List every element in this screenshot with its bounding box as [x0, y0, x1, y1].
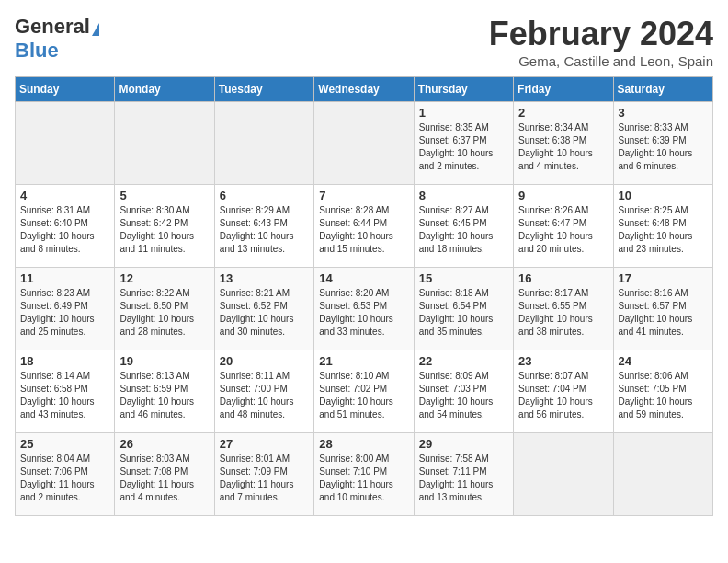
day-info: Sunrise: 8:31 AM Sunset: 6:40 PM Dayligh… [20, 204, 109, 256]
logo-blue: Blue [15, 39, 59, 62]
day-info: Sunrise: 8:09 AM Sunset: 7:03 PM Dayligh… [419, 370, 508, 421]
header-cell-thursday: Thursday [414, 77, 513, 102]
day-info: Sunrise: 8:13 AM Sunset: 6:59 PM Dayligh… [119, 370, 209, 421]
header-cell-wednesday: Wednesday [314, 77, 414, 102]
day-number: 13 [220, 271, 309, 285]
day-number: 28 [319, 437, 408, 451]
day-cell: 18Sunrise: 8:14 AM Sunset: 6:58 PM Dayli… [16, 350, 115, 433]
day-cell: 20Sunrise: 8:11 AM Sunset: 7:00 PM Dayli… [214, 350, 313, 433]
month-title: February 2024 [489, 15, 713, 53]
week-row-2: 11Sunrise: 8:23 AM Sunset: 6:49 PM Dayli… [16, 268, 713, 350]
day-number: 26 [119, 437, 209, 451]
day-cell: 22Sunrise: 8:09 AM Sunset: 7:03 PM Dayli… [414, 350, 513, 433]
day-cell: 19Sunrise: 8:13 AM Sunset: 6:59 PM Dayli… [115, 350, 214, 433]
day-info: Sunrise: 8:16 AM Sunset: 6:57 PM Dayligh… [619, 287, 708, 339]
week-row-1: 4Sunrise: 8:31 AM Sunset: 6:40 PM Daylig… [16, 185, 713, 268]
day-number: 4 [20, 189, 109, 202]
day-cell: 26Sunrise: 8:03 AM Sunset: 7:08 PM Dayli… [115, 433, 214, 516]
day-number: 16 [518, 271, 608, 285]
day-info: Sunrise: 8:06 AM Sunset: 7:05 PM Dayligh… [619, 370, 708, 421]
day-info: Sunrise: 8:23 AM Sunset: 6:49 PM Dayligh… [20, 287, 109, 339]
day-number: 27 [220, 437, 309, 451]
location: Gema, Castille and Leon, Spain [489, 53, 713, 69]
day-number: 14 [319, 271, 408, 285]
day-cell: 24Sunrise: 8:06 AM Sunset: 7:05 PM Dayli… [613, 350, 712, 433]
day-info: Sunrise: 8:20 AM Sunset: 6:53 PM Dayligh… [319, 287, 408, 339]
day-info: Sunrise: 8:29 AM Sunset: 6:43 PM Dayligh… [220, 204, 309, 256]
day-info: Sunrise: 8:07 AM Sunset: 7:04 PM Dayligh… [518, 370, 608, 421]
header-cell-sunday: Sunday [16, 77, 115, 102]
day-number: 25 [20, 437, 109, 451]
header-cell-saturday: Saturday [613, 77, 712, 102]
day-number: 29 [419, 437, 508, 451]
day-info: Sunrise: 8:33 AM Sunset: 6:39 PM Dayligh… [619, 121, 708, 173]
day-number: 5 [119, 189, 209, 202]
day-info: Sunrise: 8:17 AM Sunset: 6:55 PM Dayligh… [518, 287, 608, 339]
calendar-header: SundayMondayTuesdayWednesdayThursdayFrid… [16, 77, 713, 102]
day-cell: 23Sunrise: 8:07 AM Sunset: 7:04 PM Dayli… [514, 350, 613, 433]
day-info: Sunrise: 8:00 AM Sunset: 7:10 PM Dayligh… [319, 453, 408, 504]
day-number: 22 [419, 354, 508, 368]
day-cell: 21Sunrise: 8:10 AM Sunset: 7:02 PM Dayli… [314, 350, 414, 433]
day-info: Sunrise: 8:34 AM Sunset: 6:38 PM Dayligh… [518, 121, 608, 173]
day-cell [314, 102, 414, 185]
day-cell: 2Sunrise: 8:34 AM Sunset: 6:38 PM Daylig… [514, 102, 613, 185]
day-number: 11 [20, 271, 109, 285]
day-cell: 27Sunrise: 8:01 AM Sunset: 7:09 PM Dayli… [214, 433, 313, 516]
day-number: 18 [20, 354, 109, 368]
day-number: 7 [319, 189, 408, 202]
day-cell: 17Sunrise: 8:16 AM Sunset: 6:57 PM Dayli… [613, 268, 712, 350]
week-row-4: 25Sunrise: 8:04 AM Sunset: 7:06 PM Dayli… [16, 433, 713, 516]
day-number: 21 [319, 354, 408, 368]
day-number: 9 [518, 189, 608, 202]
day-number: 12 [119, 271, 209, 285]
day-cell: 5Sunrise: 8:30 AM Sunset: 6:42 PM Daylig… [115, 185, 214, 268]
day-info: Sunrise: 8:11 AM Sunset: 7:00 PM Dayligh… [220, 370, 309, 421]
header-cell-friday: Friday [514, 77, 613, 102]
day-number: 19 [119, 354, 209, 368]
week-row-0: 1Sunrise: 8:35 AM Sunset: 6:37 PM Daylig… [16, 102, 713, 185]
logo-blue-text: Blue [15, 39, 59, 63]
day-info: Sunrise: 8:25 AM Sunset: 6:48 PM Dayligh… [619, 204, 708, 256]
day-cell: 7Sunrise: 8:28 AM Sunset: 6:44 PM Daylig… [314, 185, 414, 268]
day-info: Sunrise: 8:27 AM Sunset: 6:45 PM Dayligh… [419, 204, 508, 256]
day-info: Sunrise: 8:30 AM Sunset: 6:42 PM Dayligh… [119, 204, 209, 256]
logo: General Blue [15, 15, 99, 63]
day-info: Sunrise: 8:04 AM Sunset: 7:06 PM Dayligh… [20, 453, 109, 504]
day-info: Sunrise: 7:58 AM Sunset: 7:11 PM Dayligh… [419, 453, 508, 504]
day-cell [514, 433, 613, 516]
day-info: Sunrise: 8:01 AM Sunset: 7:09 PM Dayligh… [220, 453, 309, 504]
day-number: 8 [419, 189, 508, 202]
day-info: Sunrise: 8:10 AM Sunset: 7:02 PM Dayligh… [319, 370, 408, 421]
day-cell [16, 102, 115, 185]
header-row: SundayMondayTuesdayWednesdayThursdayFrid… [16, 77, 713, 102]
day-cell: 10Sunrise: 8:25 AM Sunset: 6:48 PM Dayli… [613, 185, 712, 268]
calendar-table: SundayMondayTuesdayWednesdayThursdayFrid… [15, 76, 713, 516]
day-number: 23 [518, 354, 608, 368]
day-info: Sunrise: 8:03 AM Sunset: 7:08 PM Dayligh… [119, 453, 209, 504]
day-cell [214, 102, 313, 185]
day-info: Sunrise: 8:14 AM Sunset: 6:58 PM Dayligh… [20, 370, 109, 421]
day-cell: 4Sunrise: 8:31 AM Sunset: 6:40 PM Daylig… [16, 185, 115, 268]
day-cell: 6Sunrise: 8:29 AM Sunset: 6:43 PM Daylig… [214, 185, 313, 268]
day-number: 2 [518, 106, 608, 120]
page-header: General Blue February 2024 Gema, Castill… [15, 15, 713, 69]
day-info: Sunrise: 8:18 AM Sunset: 6:54 PM Dayligh… [419, 287, 508, 339]
day-cell: 12Sunrise: 8:22 AM Sunset: 6:50 PM Dayli… [115, 268, 214, 350]
day-cell [613, 433, 712, 516]
day-number: 3 [619, 106, 708, 120]
day-info: Sunrise: 8:26 AM Sunset: 6:47 PM Dayligh… [518, 204, 608, 256]
day-cell: 3Sunrise: 8:33 AM Sunset: 6:39 PM Daylig… [613, 102, 712, 185]
day-number: 10 [619, 189, 708, 202]
day-number: 20 [220, 354, 309, 368]
title-area: February 2024 Gema, Castille and Leon, S… [489, 15, 713, 69]
logo-text: General [15, 15, 99, 39]
day-number: 17 [619, 271, 708, 285]
day-cell: 1Sunrise: 8:35 AM Sunset: 6:37 PM Daylig… [414, 102, 513, 185]
header-cell-monday: Monday [115, 77, 214, 102]
day-cell: 28Sunrise: 8:00 AM Sunset: 7:10 PM Dayli… [314, 433, 414, 516]
day-cell: 14Sunrise: 8:20 AM Sunset: 6:53 PM Dayli… [314, 268, 414, 350]
day-cell: 15Sunrise: 8:18 AM Sunset: 6:54 PM Dayli… [414, 268, 513, 350]
header-cell-tuesday: Tuesday [214, 77, 313, 102]
day-cell [115, 102, 214, 185]
